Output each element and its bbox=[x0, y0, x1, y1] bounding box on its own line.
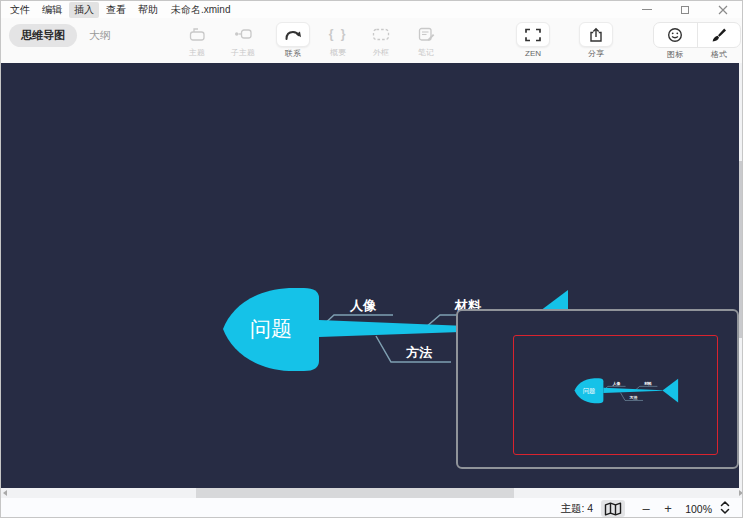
menu-help[interactable]: 帮助 bbox=[133, 2, 163, 18]
minimize-icon bbox=[642, 9, 652, 10]
topic-count: 主题: 4 bbox=[560, 502, 593, 516]
format-brush-icon bbox=[711, 27, 727, 43]
tool-boundary: 外框 bbox=[359, 22, 403, 57]
tool-share-label: 分享 bbox=[574, 49, 618, 58]
icon-markers-button[interactable] bbox=[654, 23, 697, 47]
xmind-window: 文件 编辑 插入 查看 帮助 未命名.xmind 思维导图 大纲 主题 bbox=[0, 0, 743, 518]
tool-subtopic-label: 子主题 bbox=[221, 48, 265, 57]
document-title: 未命名.xmind bbox=[171, 3, 230, 17]
boundary-icon bbox=[359, 22, 403, 46]
summary-icon: { } bbox=[316, 22, 360, 46]
branch-label-fangfa[interactable]: 方法 bbox=[405, 345, 433, 360]
zoom-level: 100% bbox=[685, 503, 712, 515]
minimize-button[interactable] bbox=[628, 1, 666, 18]
tool-share[interactable]: 分享 bbox=[574, 22, 618, 58]
icon-markers-label: 图标 bbox=[653, 50, 697, 59]
minimap-toggle-button[interactable] bbox=[601, 500, 625, 517]
menu-view[interactable]: 查看 bbox=[101, 2, 131, 18]
close-icon bbox=[718, 5, 728, 15]
vertical-scrollbar-thumb[interactable] bbox=[739, 161, 743, 338]
branch-label-renxiang[interactable]: 人像 bbox=[349, 298, 377, 313]
view-tabs: 思维导图 大纲 bbox=[9, 24, 123, 47]
tool-topic: 主题 bbox=[175, 22, 219, 57]
mindmap-canvas[interactable]: 问题 人像 材料 方法 问题 人像 材料 方法 bbox=[1, 63, 743, 488]
share-icon bbox=[579, 22, 613, 47]
format-button[interactable] bbox=[697, 23, 741, 47]
minimap-tail bbox=[663, 379, 679, 403]
toolbar: 思维导图 大纲 主题 子主题 联系 { } 概要 bbox=[1, 18, 742, 63]
format-label: 格式 bbox=[697, 50, 741, 59]
map-icon bbox=[604, 502, 622, 516]
minimap-fishbone: 问题 人像 材料 方法 bbox=[568, 372, 682, 407]
tool-summary: { } 概要 bbox=[316, 22, 360, 57]
window-controls bbox=[628, 1, 742, 18]
scroll-left-icon[interactable] bbox=[3, 490, 7, 496]
minimap-spine bbox=[603, 388, 662, 393]
menu-insert[interactable]: 插入 bbox=[69, 2, 99, 18]
topic-icon bbox=[175, 22, 219, 46]
tool-summary-label: 概要 bbox=[316, 48, 360, 57]
tab-mindmap[interactable]: 思维导图 bbox=[9, 24, 77, 47]
zoom-in-button[interactable]: + bbox=[661, 501, 675, 516]
close-button[interactable] bbox=[704, 1, 742, 18]
tool-zen-label: ZEN bbox=[511, 49, 555, 58]
zen-mode-icon bbox=[516, 22, 550, 47]
tool-relationship[interactable]: 联系 bbox=[271, 22, 315, 58]
tool-zen[interactable]: ZEN bbox=[511, 22, 555, 58]
tool-relationship-label: 联系 bbox=[271, 49, 315, 58]
statusbar: 主题: 4 – + 100% bbox=[1, 498, 743, 518]
menubar: 文件 编辑 插入 查看 帮助 未命名.xmind bbox=[1, 1, 742, 18]
note-icon bbox=[404, 22, 448, 46]
right-panel-tools: 图标 格式 bbox=[653, 22, 741, 59]
tool-topic-label: 主题 bbox=[175, 48, 219, 57]
minimap-branch-label: 方法 bbox=[629, 395, 638, 400]
minimap-branch-label: 人像 bbox=[612, 381, 621, 386]
tab-outline[interactable]: 大纲 bbox=[77, 24, 123, 47]
minimap-branch-label: 材料 bbox=[643, 381, 652, 386]
head-topic-label[interactable]: 问题 bbox=[250, 317, 292, 340]
minimap-panel[interactable]: 问题 人像 材料 方法 bbox=[456, 309, 739, 469]
maximize-button[interactable] bbox=[666, 1, 704, 18]
emoji-icon bbox=[667, 27, 683, 43]
subtopic-icon bbox=[221, 22, 265, 46]
tool-note-label: 笔记 bbox=[404, 48, 448, 57]
zoom-stepper[interactable] bbox=[720, 500, 730, 517]
maximize-icon bbox=[681, 6, 689, 14]
menu-file[interactable]: 文件 bbox=[5, 2, 35, 18]
zoom-out-button[interactable]: – bbox=[639, 501, 653, 516]
vertical-scrollbar[interactable] bbox=[739, 63, 743, 488]
menu-edit[interactable]: 编辑 bbox=[37, 2, 67, 18]
horizontal-scrollbar[interactable] bbox=[1, 488, 743, 498]
tool-boundary-label: 外框 bbox=[359, 48, 403, 57]
stepper-icon bbox=[720, 500, 730, 515]
horizontal-scrollbar-thumb[interactable] bbox=[196, 488, 514, 498]
relationship-icon bbox=[276, 22, 310, 47]
tool-note: 笔记 bbox=[404, 22, 448, 57]
minimap-head-label: 问题 bbox=[583, 387, 596, 395]
scroll-right-icon[interactable] bbox=[739, 490, 743, 496]
tool-subtopic: 子主题 bbox=[221, 22, 265, 57]
